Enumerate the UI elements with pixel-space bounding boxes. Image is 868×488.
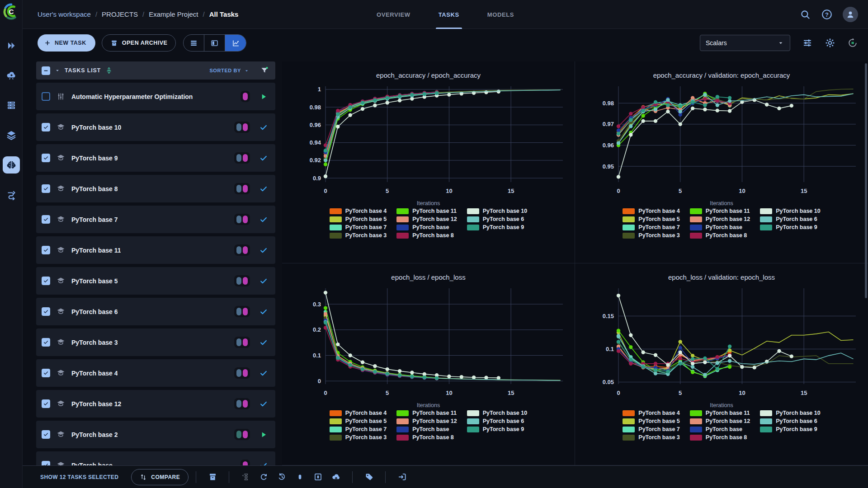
- abort-button[interactable]: [291, 468, 309, 486]
- task-row[interactable]: PyTorch base 3: [36, 328, 275, 356]
- breadcrumb-item[interactable]: PROJECTS: [102, 10, 138, 18]
- sorted-by-control[interactable]: SORTED BY: [209, 68, 250, 74]
- legend-item[interactable]: PyTorch base 7: [623, 224, 679, 230]
- task-checkbox[interactable]: [42, 399, 50, 408]
- sidebar-item-projects-brain[interactable]: [3, 156, 20, 174]
- task-checkbox[interactable]: [42, 123, 50, 131]
- metric-type-select[interactable]: Scalars: [700, 35, 790, 51]
- tab-tasks[interactable]: TASKS: [428, 0, 470, 29]
- legend-item[interactable]: PyTorch base 12: [690, 216, 750, 222]
- select-all-checkbox[interactable]: [42, 66, 50, 75]
- legend-item[interactable]: PyTorch base 9: [467, 426, 527, 432]
- search-button[interactable]: [799, 9, 811, 20]
- legend-item[interactable]: PyTorch base 8: [690, 434, 750, 441]
- task-checkbox[interactable]: [42, 246, 50, 254]
- legend-item[interactable]: PyTorch base 3: [330, 434, 387, 441]
- task-checkbox[interactable]: [42, 215, 50, 224]
- task-row[interactable]: PyTorch base 9: [36, 144, 275, 172]
- legend-item[interactable]: PyTorch base 5: [623, 418, 679, 424]
- open-archive-button[interactable]: OPEN ARCHIVE: [102, 34, 176, 52]
- legend-item[interactable]: PyTorch base 6: [467, 418, 527, 424]
- tab-overview[interactable]: OVERVIEW: [366, 0, 421, 29]
- publish-button[interactable]: [327, 468, 345, 486]
- task-checkbox[interactable]: [42, 338, 50, 347]
- compare-button[interactable]: COMPARE: [131, 469, 189, 485]
- legend-item[interactable]: PyTorch base 3: [623, 434, 679, 441]
- task-checkbox[interactable]: [42, 461, 50, 465]
- task-row[interactable]: PyTorch base 8: [36, 175, 275, 202]
- legend-item[interactable]: PyTorch base 12: [396, 216, 457, 222]
- sidebar-item-pipelines[interactable]: [3, 186, 20, 203]
- move-to-project-button[interactable]: [393, 468, 411, 486]
- legend-item[interactable]: PyTorch base 4: [330, 410, 387, 416]
- legend-item[interactable]: PyTorch base 9: [760, 224, 820, 230]
- task-checkbox[interactable]: [42, 184, 50, 193]
- auto-refresh-button[interactable]: [847, 38, 858, 48]
- task-checkbox[interactable]: [42, 154, 50, 162]
- sidebar-item-datasets[interactable]: [3, 127, 20, 144]
- filter-funnel-icon[interactable]: [260, 66, 269, 75]
- abort-all-children-button[interactable]: [309, 468, 327, 486]
- charts-scrollbar[interactable]: [865, 63, 867, 298]
- task-checkbox[interactable]: [42, 92, 50, 101]
- legend-item[interactable]: PyTorch base 9: [467, 224, 527, 230]
- task-row[interactable]: PyTorch base 10: [36, 113, 275, 141]
- task-row[interactable]: PyTorch base 6: [36, 298, 275, 325]
- legend-item[interactable]: PyTorch base: [690, 426, 750, 432]
- breadcrumb-item[interactable]: User's workspace: [38, 10, 91, 18]
- legend-item[interactable]: PyTorch base 12: [396, 418, 457, 424]
- legend-item[interactable]: PyTorch base 6: [760, 216, 820, 222]
- tune-button[interactable]: [802, 38, 813, 48]
- legend-item[interactable]: PyTorch base 8: [690, 232, 750, 239]
- chart-plot[interactable]: 05101500.10.20.3: [284, 282, 573, 403]
- gear-button[interactable]: [825, 38, 835, 48]
- task-row[interactable]: Automatic Hyperparameter Optimization: [36, 83, 275, 110]
- legend-item[interactable]: PyTorch base 8: [396, 232, 457, 239]
- legend-item[interactable]: PyTorch base 7: [330, 426, 387, 432]
- reset-button[interactable]: [255, 468, 273, 486]
- help-button[interactable]: ?: [821, 9, 833, 20]
- legend-item[interactable]: PyTorch base 5: [330, 216, 387, 222]
- chart-plot[interactable]: 0510150.950.960.970.98: [577, 80, 866, 201]
- new-task-button[interactable]: NEW TASK: [38, 34, 95, 52]
- legend-item[interactable]: PyTorch base: [690, 224, 750, 230]
- sidebar-item-cloud-autoscaler[interactable]: [3, 67, 20, 84]
- legend-item[interactable]: PyTorch base 11: [690, 410, 750, 416]
- clearml-logo-icon[interactable]: C: [3, 3, 20, 20]
- legend-item[interactable]: PyTorch base 6: [760, 418, 820, 424]
- task-row[interactable]: PyTorch base 7: [36, 206, 275, 233]
- task-checkbox[interactable]: [42, 430, 50, 439]
- legend-item[interactable]: PyTorch base: [396, 224, 457, 230]
- task-checkbox[interactable]: [42, 277, 50, 285]
- legend-item[interactable]: PyTorch base 11: [690, 208, 750, 214]
- selected-count-text[interactable]: SHOW 12 TASKS SELECTED: [40, 474, 118, 480]
- legend-item[interactable]: PyTorch base 11: [396, 208, 457, 214]
- legend-item[interactable]: PyTorch base 12: [690, 418, 750, 424]
- legend-item[interactable]: PyTorch base 4: [330, 208, 387, 214]
- task-row[interactable]: PyTorch base 12: [36, 390, 275, 418]
- legend-item[interactable]: PyTorch base 7: [623, 426, 679, 432]
- legend-item[interactable]: PyTorch base 4: [623, 410, 679, 416]
- breadcrumb-item[interactable]: Example Project: [149, 10, 198, 18]
- row-density-icon[interactable]: [105, 66, 113, 75]
- legend-item[interactable]: PyTorch base 7: [330, 224, 387, 230]
- task-row[interactable]: PyTorch base: [36, 451, 275, 465]
- split-view-button[interactable]: [204, 35, 225, 51]
- task-row[interactable]: PyTorch base 5: [36, 267, 275, 295]
- chart-plot[interactable]: 0510150.90.920.940.960.981: [284, 80, 573, 201]
- legend-item[interactable]: PyTorch base 5: [623, 216, 679, 222]
- task-row[interactable]: PyTorch base 11: [36, 236, 275, 264]
- chart-view-button[interactable]: [225, 35, 246, 51]
- legend-item[interactable]: PyTorch base 5: [330, 418, 387, 424]
- legend-item[interactable]: PyTorch base 10: [760, 208, 820, 214]
- legend-item[interactable]: PyTorch base 11: [396, 410, 457, 416]
- task-row[interactable]: PyTorch base 2: [36, 421, 275, 448]
- legend-item[interactable]: PyTorch base 4: [623, 208, 679, 214]
- legend-item[interactable]: PyTorch base 3: [330, 232, 387, 239]
- sidebar-item-quick-start[interactable]: [3, 37, 20, 54]
- tab-models[interactable]: MODELS: [476, 0, 525, 29]
- task-row[interactable]: PyTorch base 4: [36, 359, 275, 387]
- add-tag-button[interactable]: [360, 468, 378, 486]
- selection-menu-caret-icon[interactable]: [54, 67, 61, 74]
- task-checkbox[interactable]: [42, 307, 50, 316]
